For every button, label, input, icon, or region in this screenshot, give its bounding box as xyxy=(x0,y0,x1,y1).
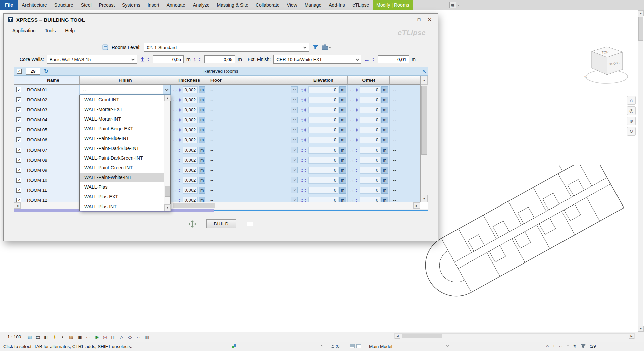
base-offset-input[interactable] xyxy=(204,55,235,63)
spin-down-icon[interactable] xyxy=(356,100,358,103)
elevation-spinner[interactable] xyxy=(304,107,307,113)
spin-down-icon[interactable] xyxy=(356,181,358,183)
table-row[interactable]: ✓ ROOM 08 -- ↔ 0,002 m xyxy=(14,155,420,165)
offset-spinner[interactable] xyxy=(356,107,359,113)
scroll-right-button[interactable]: ▶ xyxy=(629,334,634,339)
spin-down-icon[interactable] xyxy=(179,110,181,113)
elevation-flip-icon[interactable]: ↕ xyxy=(301,117,303,123)
thickness-value[interactable]: 0,002 xyxy=(183,127,198,133)
row-checkbox[interactable]: ✓ xyxy=(16,188,21,193)
scrollbar-thumb[interactable] xyxy=(638,17,643,41)
spin-up-icon[interactable] xyxy=(179,178,181,180)
viewcube-top-label[interactable]: TOP xyxy=(602,50,609,54)
spin-down-icon[interactable] xyxy=(304,171,306,173)
thickness-flip-icon[interactable]: ↔ xyxy=(172,178,178,183)
thickness-spinner[interactable] xyxy=(179,198,182,202)
row-checkbox[interactable]: ✓ xyxy=(16,127,21,132)
column-header-finish[interactable]: Finish xyxy=(80,76,171,85)
offset-flip-icon[interactable]: ↔ xyxy=(349,188,355,193)
select-underlay-icon[interactable]: ↯ xyxy=(573,343,577,349)
offset-value[interactable]: 0 xyxy=(360,197,380,202)
floor-select-button[interactable] xyxy=(291,137,298,143)
offset-value[interactable]: 0 xyxy=(360,177,380,184)
reveal-constraints-icon[interactable]: ▱ xyxy=(559,343,563,349)
highlight-displacement-sets-icon[interactable]: ◇ xyxy=(126,333,133,340)
spin-up-icon[interactable] xyxy=(304,198,306,200)
elevation-value[interactable]: 0 xyxy=(308,157,338,164)
spin-down-icon[interactable] xyxy=(179,140,181,143)
row-checkbox[interactable]: ✓ xyxy=(16,137,21,142)
minimize-button[interactable]: — xyxy=(403,15,414,24)
floor-select-button[interactable] xyxy=(291,117,298,123)
scroll-down-button[interactable]: ▼ xyxy=(164,204,171,211)
table-row[interactable]: ✓ ROOM 03 -- ↔ 0,002 m xyxy=(14,105,420,115)
offset-flip-icon[interactable]: ↔ xyxy=(349,198,355,202)
level-source-select[interactable] xyxy=(322,44,331,50)
elevation-value[interactable]: 0 xyxy=(308,137,338,143)
finish-select[interactable]: -- xyxy=(80,85,171,95)
offset-spinner[interactable] xyxy=(356,158,359,163)
placement-crosshair-icon[interactable] xyxy=(188,220,196,228)
view-scale-button[interactable]: 1 : 100 xyxy=(5,334,24,340)
ribbon-tab[interactable]: Analyze xyxy=(189,0,213,10)
canvas-horizontal-scrollbar[interactable]: ◀ ▶ xyxy=(394,333,635,339)
dropdown-option[interactable]: WALL-Grout-INT xyxy=(80,95,164,105)
ribbon-tab[interactable]: Architecture xyxy=(18,0,51,10)
offset-flip-icon[interactable]: ↔ xyxy=(349,168,355,173)
ribbon-tab[interactable]: Collaborate xyxy=(252,0,283,10)
spin-down-icon[interactable] xyxy=(304,181,306,183)
thickness-flip-icon[interactable]: ↔ xyxy=(172,137,178,143)
spin-down-icon[interactable] xyxy=(179,191,181,193)
offset-flip-icon[interactable]: ↔ xyxy=(349,117,355,123)
main-model-icon[interactable] xyxy=(356,344,361,348)
shadows-icon[interactable]: ◐ xyxy=(59,333,66,340)
dropdown-option[interactable]: WALL-Paint-DarkGreen-INT xyxy=(80,153,164,163)
ribbon-tab[interactable]: Precast xyxy=(95,0,118,10)
spin-up-icon[interactable] xyxy=(356,198,358,200)
spin-up-icon[interactable] xyxy=(304,127,306,130)
dropdown-scrollbar[interactable]: ▲ ▼ xyxy=(164,95,170,211)
spin-up-icon[interactable] xyxy=(356,188,358,190)
ribbon-tab[interactable]: View xyxy=(283,0,301,10)
table-row[interactable]: ✓ ROOM 05 -- ↔ 0,002 m xyxy=(14,125,420,135)
menu-item[interactable]: Help xyxy=(65,28,75,33)
spin-down-icon[interactable] xyxy=(304,100,306,103)
spin-up-icon[interactable] xyxy=(199,57,201,59)
spin-down-icon[interactable] xyxy=(304,140,306,143)
offset-value[interactable]: 0 xyxy=(360,117,380,123)
thickness-flip-icon[interactable]: ↔ xyxy=(172,97,178,103)
spin-down-icon[interactable] xyxy=(356,161,358,163)
elevation-value[interactable]: 0 xyxy=(308,177,338,184)
dropdown-option[interactable]: WALL-Paint-Blue-INT xyxy=(80,134,164,143)
dropdown-option[interactable]: WALL-Mortar-EXT xyxy=(80,105,164,114)
offset-flip-icon[interactable]: ↔ xyxy=(349,97,355,103)
thickness-flip-icon[interactable]: ↔ xyxy=(172,148,178,153)
ribbon-tab[interactable]: Steel xyxy=(77,0,95,10)
build-button[interactable]: BUILD xyxy=(206,219,236,228)
thickness-flip-icon[interactable]: ↔ xyxy=(172,107,178,113)
column-header-thickness[interactable]: Thickness xyxy=(171,76,207,85)
spin-up-icon[interactable] xyxy=(179,188,181,190)
offset-value[interactable]: 0 xyxy=(360,167,380,174)
spin-up-icon[interactable] xyxy=(304,188,306,190)
thickness-value[interactable]: 0,002 xyxy=(183,167,198,174)
thickness-flip-icon[interactable]: ↔ xyxy=(172,198,178,202)
spin-up-icon[interactable] xyxy=(304,87,306,90)
floor-select-button[interactable] xyxy=(291,197,298,202)
spin-up-icon[interactable] xyxy=(356,148,358,150)
scroll-left-button[interactable]: ◀ xyxy=(14,202,21,209)
spin-down-icon[interactable] xyxy=(179,181,181,183)
floor-select-button[interactable] xyxy=(291,157,298,163)
spin-down-icon[interactable] xyxy=(199,60,201,62)
elevation-spinner[interactable] xyxy=(304,117,307,123)
spin-down-icon[interactable] xyxy=(356,110,358,113)
show-analytical-model-icon[interactable]: △ xyxy=(118,333,125,340)
view-cube[interactable]: W TOP FRONT xyxy=(582,40,632,87)
table-row[interactable]: ✓ ROOM 10 -- ↔ 0,002 m xyxy=(14,175,420,185)
elevation-spinner[interactable] xyxy=(304,188,307,193)
thickness-spinner[interactable] xyxy=(179,178,182,183)
pick-rooms-icon[interactable]: ↖ xyxy=(422,68,426,74)
row-checkbox[interactable]: ✓ xyxy=(16,158,21,163)
elevation-flip-icon[interactable]: ↕ xyxy=(301,107,303,113)
table-vertical-scrollbar[interactable]: ▲ ▼ xyxy=(420,76,428,202)
